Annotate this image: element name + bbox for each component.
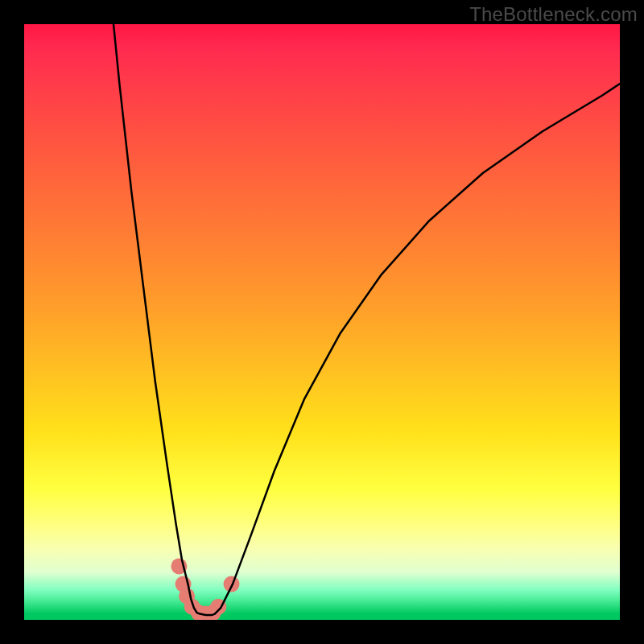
watermark-text: TheBottleneck.com [469,3,638,26]
plot-area [24,24,620,620]
line-layer [114,24,620,615]
chart-frame: TheBottleneck.com [0,0,644,644]
highlight-marker [224,576,240,592]
curves-svg [24,24,620,620]
bottleneck-curve [114,24,620,615]
